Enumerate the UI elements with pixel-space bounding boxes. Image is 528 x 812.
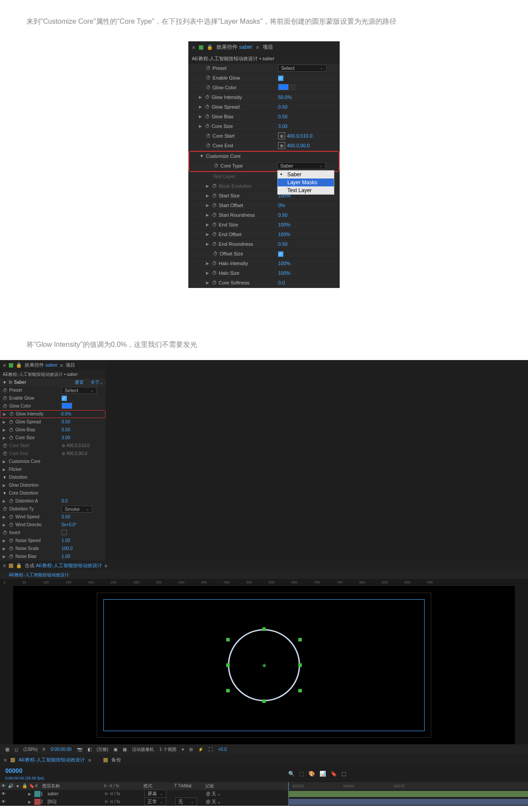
col-solo-icon[interactable]: ● xyxy=(14,783,21,788)
fast-preview-icon[interactable]: ⚡ xyxy=(198,747,203,752)
close-icon[interactable]: × xyxy=(4,757,7,764)
mask-handle[interactable] xyxy=(298,689,302,692)
enable-glow-checkbox-2[interactable]: ✓ xyxy=(62,396,67,401)
stopwatch-icon[interactable]: ⏱ xyxy=(213,251,218,256)
views-select[interactable]: 1 个视图 xyxy=(159,746,176,753)
tab-effect-controls[interactable]: 效果控件 saber xyxy=(216,44,252,51)
value-end-roundness[interactable]: 0.50 xyxy=(278,241,340,247)
stopwatch-icon[interactable]: ⏱ xyxy=(206,133,211,138)
camera-select[interactable]: 活动摄像机 xyxy=(132,746,154,753)
expand-icon[interactable]: ▶ xyxy=(199,114,203,119)
tab-project[interactable]: 项目 xyxy=(66,362,75,368)
stopwatch-icon[interactable]: ⏱ xyxy=(212,261,217,266)
timeline-backup-tab[interactable]: 备份 xyxy=(111,757,121,763)
expand-icon[interactable]: ▶ xyxy=(3,554,7,559)
stopwatch-icon[interactable]: ⏱ xyxy=(206,85,211,90)
expand-icon[interactable]: ▶ xyxy=(28,800,33,804)
stopwatch-icon[interactable]: ⏱ xyxy=(214,163,219,168)
stopwatch-icon[interactable]: ⏱ xyxy=(9,514,14,520)
tab-project[interactable]: 项目 xyxy=(263,44,273,51)
value-glow-spread[interactable]: 0.50 xyxy=(278,104,340,109)
expand-icon[interactable]: ▶ xyxy=(3,539,7,543)
eyedropper-icon[interactable] xyxy=(290,84,296,90)
close-icon[interactable]: × xyxy=(192,44,195,51)
stopwatch-icon[interactable]: ⏱ xyxy=(206,75,211,80)
roi-icon[interactable]: ▣ xyxy=(114,747,117,752)
close-icon[interactable]: × xyxy=(3,362,6,369)
stopwatch-icon[interactable]: ⏱ xyxy=(9,499,14,504)
layer-bar[interactable] xyxy=(288,799,528,805)
expand-icon[interactable]: ▶ xyxy=(3,523,7,527)
expand-icon[interactable]: ▶ xyxy=(3,428,7,432)
collapse-icon[interactable]: ▼ xyxy=(3,380,7,385)
layer-row-2[interactable]: 👁 ▶ 2 [BG] ᐅ ᐊ / fx 正常⌄ 无⌄ @ 无 ⌄ xyxy=(0,798,528,806)
tag-icon[interactable]: 🔖 xyxy=(330,771,337,777)
mask-handle[interactable] xyxy=(262,627,266,631)
stopwatch-icon[interactable]: ⏱ xyxy=(3,506,7,512)
stopwatch-icon[interactable]: ⏱ xyxy=(9,538,14,543)
expand-icon[interactable]: ▶ xyxy=(206,184,210,188)
preset-select-2[interactable]: Select⌄ xyxy=(62,387,97,394)
dropdown-option-layer-masks[interactable]: Layer Masks xyxy=(278,178,334,186)
distortion-type-select[interactable]: Smoke⌄ xyxy=(62,506,92,513)
layer-bar[interactable] xyxy=(288,791,528,797)
stopwatch-icon[interactable]: ⏱ xyxy=(9,554,14,559)
stopwatch-icon[interactable]: ⏱ xyxy=(3,443,7,448)
exposure-icon[interactable]: ⛶ xyxy=(209,747,213,752)
col-lock-icon[interactable]: 🔒 xyxy=(21,783,28,788)
channel-icon[interactable]: ◧ xyxy=(88,747,92,752)
value-start-offset[interactable]: 0% xyxy=(278,203,340,208)
dropdown-option-text-layer[interactable]: Text Layer xyxy=(278,186,334,194)
stopwatch-icon[interactable]: ⏱ xyxy=(212,270,217,276)
expand-icon[interactable]: ▶ xyxy=(206,232,210,237)
expand-icon[interactable]: ▶ xyxy=(199,124,203,128)
stopwatch-icon[interactable]: ⏱ xyxy=(205,95,210,100)
blend-mode-select[interactable]: 正常⌄ xyxy=(144,797,166,806)
value-end-offset[interactable]: 100% xyxy=(278,232,340,237)
tab-composition[interactable]: 合成 AE教程-人工智能按钮动效设计 xyxy=(25,562,102,569)
mask-toggle-icon[interactable]: ◻ xyxy=(15,747,18,752)
expand-icon[interactable]: ▶ xyxy=(3,420,7,424)
value-halo-size[interactable]: 100% xyxy=(278,270,340,276)
visibility-toggle[interactable]: 👁 xyxy=(0,791,7,796)
crosshair-icon[interactable]: ⊕ xyxy=(278,132,285,139)
value-glow-intensity[interactable]: 50.0% xyxy=(278,95,340,100)
share-icon[interactable]: ▾ xyxy=(182,747,184,752)
crosshair-icon[interactable]: ⊕ xyxy=(278,142,285,149)
grid-toggle-icon[interactable]: ▦ xyxy=(5,747,9,752)
stopwatch-icon[interactable]: ⏱ xyxy=(3,451,7,456)
glow-color-swatch-2[interactable] xyxy=(62,403,72,409)
invert-checkbox[interactable] xyxy=(62,530,67,535)
snapshot-icon[interactable]: ▢ xyxy=(341,771,346,777)
stopwatch-icon[interactable]: ⏱ xyxy=(212,212,217,218)
stopwatch-icon[interactable]: ⏱ xyxy=(212,232,217,237)
expand-icon[interactable]: ▶ xyxy=(3,412,7,416)
stopwatch-icon[interactable]: ⏱ xyxy=(3,388,7,393)
stopwatch-icon[interactable]: ⏱ xyxy=(212,183,217,189)
layer-color-badge[interactable] xyxy=(34,799,40,805)
search-icon[interactable]: 🔍 xyxy=(288,771,295,777)
expand-icon[interactable]: ▶ xyxy=(3,499,7,503)
glow-color-swatch[interactable] xyxy=(278,84,289,90)
stopwatch-icon[interactable]: ⏱ xyxy=(212,203,217,208)
col-audio-icon[interactable]: 🔊 xyxy=(7,783,14,788)
reset-link[interactable]: 重置 xyxy=(75,379,84,386)
mask-handle[interactable] xyxy=(262,699,266,703)
menu-icon[interactable]: ≡ xyxy=(256,44,259,51)
expand-icon[interactable]: ▶ xyxy=(206,271,210,275)
menu-icon[interactable]: ≡ xyxy=(88,757,91,763)
stopwatch-icon[interactable]: ⏱ xyxy=(9,427,14,433)
timeline-ruler[interactable]: 000250005000075 xyxy=(288,782,528,790)
stopwatch-icon[interactable]: ⏱ xyxy=(205,124,210,129)
expand-icon[interactable]: ▶ xyxy=(206,213,210,217)
current-timecode[interactable]: 00000 xyxy=(0,765,288,776)
stopwatch-icon[interactable]: ⏱ xyxy=(205,104,210,109)
stopwatch-icon[interactable]: ⏱ xyxy=(9,522,14,528)
anchor-point-icon[interactable]: ◈ xyxy=(262,662,266,668)
value-core-end[interactable]: 400.0,90.0 xyxy=(287,143,310,148)
dropdown-option-saber[interactable]: •Saber xyxy=(278,171,334,178)
layer-color-badge[interactable] xyxy=(34,791,40,797)
expand-icon[interactable]: ▶ xyxy=(3,515,7,519)
expand-icon[interactable]: ▶ xyxy=(206,242,210,246)
about-link[interactable]: 关于... xyxy=(91,379,103,386)
